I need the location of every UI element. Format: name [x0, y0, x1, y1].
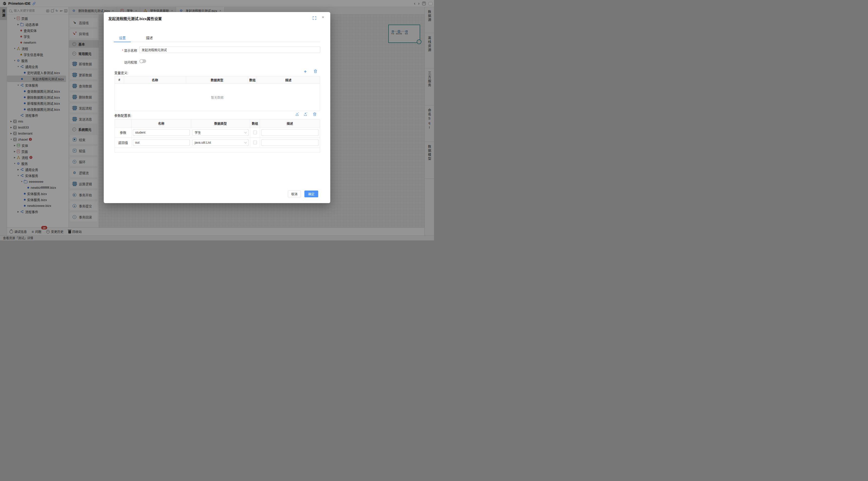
fullscreen-icon[interactable] [313, 16, 316, 20]
required-asterisk: * [122, 49, 123, 53]
params-section-label: 参数配置表: [114, 113, 132, 118]
variables-table: # 名称 数据类型 数组 描述 暂无数据 [115, 76, 320, 111]
add-variable-icon[interactable] [304, 69, 307, 74]
delete-variable-icon[interactable] [314, 69, 317, 73]
param-array-checkbox[interactable] [253, 140, 257, 145]
param-row: 参数 学生 [115, 127, 320, 137]
delete-params-icon[interactable] [313, 112, 316, 116]
column-header: 数据类型 [191, 120, 250, 127]
param-array-checkbox[interactable] [253, 131, 257, 134]
column-header: # [115, 76, 124, 83]
cancel-button[interactable]: 取消 [288, 191, 301, 197]
column-header: 名称 [132, 120, 191, 127]
row-label: 返回值 [118, 140, 128, 145]
import-params-icon[interactable] [296, 112, 299, 116]
column-header: 描述 [260, 120, 320, 127]
param-name-input[interactable] [133, 129, 190, 136]
param-row: 返回值 java.util.List [115, 137, 320, 147]
variables-section-label: 变量定义: [114, 70, 128, 75]
access-label: 访问权限 [104, 60, 137, 65]
primeton-ide-screen: Primeton-IDE ‹ › 资源 AI 文 页面 [0, 0, 434, 241]
column-header: 数组 [250, 120, 260, 127]
display-name-input[interactable] [140, 46, 320, 53]
param-datatype-select[interactable]: java.util.List [192, 139, 249, 146]
close-icon[interactable] [322, 15, 324, 19]
param-description-input[interactable] [261, 139, 318, 146]
export-params-icon[interactable] [304, 112, 307, 116]
chevron-down-icon [244, 131, 247, 133]
params-table: 名称 数据类型 数组 描述 参数 学生 返回值 java.util.List [115, 119, 320, 153]
column-header: 数据类型 [186, 76, 248, 83]
properties-dialog: 发起流程图元测试.bizx属性设置 设置 描述 *显示名称 访问权限 变量定义:… [104, 12, 330, 203]
access-toggle[interactable] [140, 59, 146, 63]
param-datatype-select[interactable]: 学生 [192, 129, 249, 136]
dialog-title: 发起流程图元测试.bizx属性设置 [108, 16, 162, 21]
display-name-label: *显示名称 [104, 48, 137, 53]
param-name-input[interactable] [133, 139, 190, 146]
column-header: 数组 [248, 76, 257, 83]
row-label: 参数 [120, 130, 126, 135]
column-header: 描述 [257, 76, 320, 83]
empty-state: 暂无数据 [115, 83, 320, 111]
dialog-tab-settings[interactable]: 设置 [114, 35, 131, 40]
ok-button[interactable]: 确定 [304, 191, 318, 197]
param-description-input[interactable] [261, 129, 318, 136]
column-header: 名称 [124, 76, 186, 83]
tab-underline [114, 42, 320, 42]
chevron-down-icon [244, 141, 247, 143]
dialog-tab-description[interactable]: 描述 [141, 35, 158, 40]
